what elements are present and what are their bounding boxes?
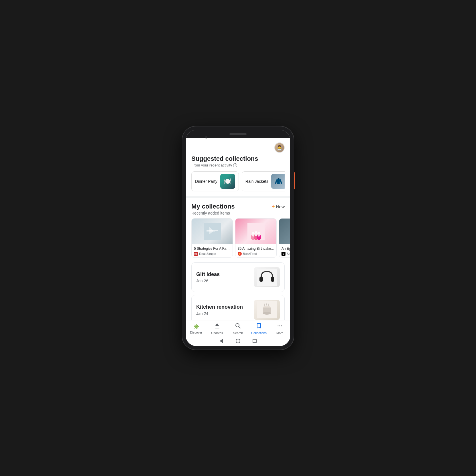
svg-line-30 — [239, 327, 241, 328]
source-icon-bf: ⚡ — [238, 252, 242, 256]
recent-item-image-2 — [235, 219, 276, 244]
my-collections-title: My collections — [191, 203, 235, 210]
collection-date-gift: Jan 26 — [196, 279, 251, 283]
recents-button[interactable] — [252, 338, 257, 344]
svg-point-31 — [278, 326, 279, 326]
chip-label-dinner: Dinner Party — [195, 179, 217, 184]
collection-card-gift-ideas[interactable]: Gift ideas Jan 26 — [191, 262, 285, 292]
front-camera — [205, 136, 207, 138]
suggestion-chip-dinner-party[interactable]: Dinner Party — [191, 171, 239, 191]
source-name-3: Saveur — [287, 252, 290, 255]
new-button-label: New — [276, 204, 285, 209]
home-icon — [236, 339, 240, 343]
collection-name-gift: Gift ideas — [196, 271, 251, 277]
suggestion-chip-rain-jackets[interactable]: Rain Jackets — [242, 171, 285, 191]
recent-item-card-1[interactable]: 5 Strategies For A Fab... RS Real Simple — [191, 218, 233, 258]
chip-image-rain — [271, 174, 285, 189]
source-icon-rs: RS — [194, 252, 198, 256]
collections-icon — [256, 323, 262, 330]
collection-name-kitchen: Kitchen renovation — [196, 304, 251, 310]
phone-screen: 👩‍💼 Suggested collections From your rece… — [186, 130, 290, 346]
recent-item-card-2[interactable]: 35 Amazing Birthcake... ⚡ BuzzFeed — [235, 218, 277, 258]
svg-rect-19 — [271, 277, 274, 282]
svg-rect-18 — [259, 277, 263, 282]
phone-frame: 👩‍💼 Suggested collections From your rece… — [182, 126, 294, 350]
chip-label-rain: Rain Jackets — [245, 179, 268, 184]
avatar-image: 👩‍💼 — [275, 143, 284, 152]
recent-item-image-1 — [192, 219, 233, 244]
discover-icon: ✳️ — [193, 324, 199, 330]
suggested-subtitle: From your recent activity i — [191, 163, 285, 167]
collection-date-kitchen: Jan 24 — [196, 311, 251, 316]
more-icon — [277, 323, 283, 330]
plus-icon: + — [271, 204, 275, 209]
svg-point-33 — [281, 326, 282, 326]
collection-info-kitchen: Kitchen renovation Jan 24 — [196, 304, 251, 316]
svg-point-10 — [257, 232, 260, 237]
chip-image-dinner — [220, 174, 235, 189]
system-nav — [186, 336, 290, 346]
recents-icon — [253, 339, 257, 343]
recent-item-meta-3: An Eye Opening S Saveur — [279, 244, 290, 257]
info-icon[interactable]: i — [233, 163, 237, 167]
status-bar — [186, 130, 290, 138]
new-collection-button[interactable]: + New — [271, 204, 285, 209]
my-collections-header: My collections + New — [186, 198, 290, 211]
recent-item-source-1: RS Real Simple — [194, 252, 230, 256]
svg-rect-28 — [217, 324, 218, 326]
collection-thumb-gift — [254, 267, 280, 287]
recent-item-title-1: 5 Strategies For A Fab... — [194, 247, 230, 251]
nav-item-discover[interactable]: ✳️ Discover — [186, 324, 207, 334]
nav-label-updates: Updates — [211, 331, 223, 335]
recent-item-title-3: An Eye Opening — [281, 247, 290, 251]
collection-info-gift: Gift ideas Jan 26 — [196, 271, 251, 283]
updates-icon — [214, 323, 220, 330]
recently-added-label: Recently added items — [186, 211, 290, 218]
recent-item-card-3[interactable]: An Eye Opening S Saveur — [279, 218, 290, 258]
collection-thumb-kitchen — [254, 300, 280, 320]
recently-added-items-row: 5 Strategies For A Fab... RS Real Simple — [186, 218, 290, 262]
svg-point-23 — [263, 312, 271, 315]
back-icon — [220, 339, 223, 343]
volume-button — [294, 172, 295, 189]
nav-item-collections[interactable]: Collections — [249, 323, 269, 335]
suggested-collections-section: Suggested collections From your recent a… — [186, 155, 290, 196]
back-button[interactable] — [219, 338, 224, 344]
svg-point-9 — [255, 231, 257, 236]
source-name-2: BuzzFeed — [243, 252, 257, 255]
scroll-content: 👩‍💼 Suggested collections From your rece… — [186, 138, 290, 320]
recent-item-meta-2: 35 Amazing Birthcake... ⚡ BuzzFeed — [235, 244, 276, 257]
svg-rect-25 — [215, 327, 219, 327]
source-icon-s: S — [281, 252, 285, 256]
speaker-grill — [229, 133, 247, 135]
nav-label-search: Search — [233, 331, 243, 335]
recent-item-source-2: ⚡ BuzzFeed — [238, 252, 274, 256]
nav-label-discover: Discover — [190, 331, 202, 334]
suggested-title: Suggested collections — [191, 155, 285, 162]
source-name-1: Real Simple — [199, 252, 216, 255]
recent-item-image-3 — [279, 219, 290, 244]
svg-point-32 — [279, 326, 280, 326]
nav-label-collections: Collections — [251, 331, 267, 335]
recent-item-meta-1: 5 Strategies For A Fab... RS Real Simple — [192, 244, 233, 257]
recent-item-title-2: 35 Amazing Birthcake... — [238, 247, 274, 251]
search-icon — [235, 323, 241, 330]
suggestions-row: Dinner Party Rain Jackets Hiking Boots — [191, 171, 285, 191]
bottom-nav: ✳️ Discover Updates — [186, 320, 290, 336]
section-divider — [186, 196, 290, 198]
svg-rect-26 — [215, 328, 219, 328]
svg-point-8 — [252, 232, 255, 237]
app-header: 👩‍💼 — [186, 138, 290, 155]
collection-card-kitchen[interactable]: Kitchen renovation Jan 24 — [191, 295, 285, 320]
recent-item-source-3: S Saveur — [281, 252, 290, 256]
nav-label-more: More — [276, 331, 283, 335]
nav-item-updates[interactable]: Updates — [207, 323, 227, 335]
avatar[interactable]: 👩‍💼 — [274, 142, 285, 153]
nav-item-more[interactable]: More — [269, 323, 290, 335]
home-button[interactable] — [235, 338, 241, 344]
nav-item-search[interactable]: Search — [227, 323, 248, 335]
